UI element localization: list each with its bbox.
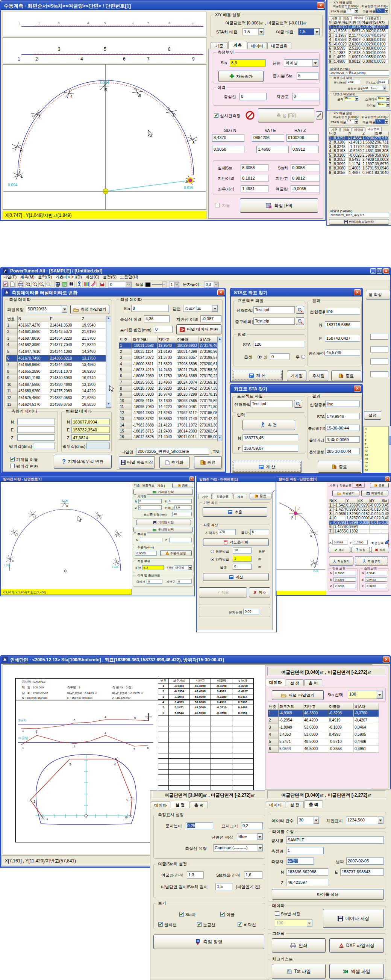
svg-text:문자높이:: 문자높이: [183,282,200,287]
svg-text:7: 7 [147,56,150,62]
svg-text:6: 6 [116,534,118,537]
svg-text:6: 6 [310,535,312,538]
svg-text:7: 7 [311,564,313,567]
svg-text:1: 1 [12,559,14,563]
svg-text:9: 9 [192,56,195,62]
svg-text:4: 4 [66,504,68,508]
svg-text:1.134: 1.134 [100,80,109,84]
svg-text:9: 9 [192,22,194,25]
svg-text:4: 4 [114,762,116,766]
svg-text:6: 6 [147,746,149,750]
svg-text:8: 8 [193,141,195,145]
svg-text:2: 2 [38,22,40,25]
svg-text:4: 4 [70,95,73,99]
svg-text:4: 4 [105,716,106,719]
svg-text:5: 5 [291,515,293,519]
svg-text:4: 4 [105,732,106,735]
svg-text:2: 2 [36,732,38,735]
svg-text:2: 2 [20,147,22,151]
svg-text:5: 5 [105,88,107,92]
svg-text:Sta차: Sta차 [18,719,27,722]
svg-text:8: 8 [168,21,170,25]
svg-text:3: 3 [38,115,41,119]
svg-text:N : 183696.362988: N : 183696.362988 [22,696,48,700]
svg-text:2: 2 [16,533,18,536]
svg-text:5: 5 [134,716,136,720]
svg-text:6: 6 [139,94,141,98]
svg-text:0,3: 0,3 [206,283,211,287]
svg-text:1.134: 1.134 [62,500,69,502]
svg-text:측구명 : 1: 측구명 : 1 [67,686,80,689]
svg-text:체 임 : 100.000: 체 임 : 100.000 [22,686,44,689]
svg-text:5: 5 [104,46,106,52]
svg-text:날 짜 : 2007-02-05: 날 짜 : 2007-02-05 [22,691,48,695]
svg-text:색상:: 색상: [136,282,145,287]
svg-text:4: 4 [87,21,89,25]
svg-text:1: 1 [18,56,20,62]
svg-text:8: 8 [168,46,171,52]
svg-text:0.094: 0.094 [4,564,11,566]
svg-text:6: 6 [132,22,134,25]
svg-text:1: 1 [22,746,24,750]
svg-text:4: 4 [80,56,83,62]
svg-text:3: 3 [74,745,75,748]
svg-text:3: 3 [58,46,61,52]
svg-text:5: 5 [126,798,128,802]
svg-text:Z : 46.421697: Z : 46.421697 [112,696,131,700]
svg-text:1: 1 [19,22,21,25]
svg-text:3: 3 [74,719,75,722]
svg-text:여굴량: 여굴량 [18,736,28,740]
svg-text:6: 6 [125,815,127,819]
svg-text:1: 1 [46,817,48,821]
svg-text:÷: ÷ [163,283,165,286]
svg-text:1: 1 [21,174,23,178]
svg-text:2: 2 [35,56,38,62]
svg-text:0: 0 [110,283,112,287]
svg-text:7: 7 [172,113,175,117]
svg-text:3: 3 [58,21,60,25]
svg-text:공사명 : SAMPLE: 공사명 : SAMPLE [22,680,45,684]
svg-text:7: 7 [147,21,149,25]
svg-text:3: 3 [35,515,37,518]
svg-text:1: 1 [22,729,24,732]
svg-text:5: 5 [104,21,106,25]
svg-text:0.094: 0.094 [8,183,17,187]
svg-text:0.026: 0.026 [112,566,118,568]
svg-text:여굴단면적 : 3.0403 ㎡: 여굴단면적 : 3.0403 ㎡ [67,691,97,695]
svg-text:3: 3 [69,762,71,766]
svg-text:5: 5 [97,516,99,519]
svg-text:미굴단면적 : -2.2725 ㎡: 미굴단면적 : -2.2725 ㎡ [112,691,144,695]
svg-text:측 량 자 : 수정1: 측 량 자 : 수정1 [112,686,133,689]
svg-text:6: 6 [123,56,126,62]
svg-text:E : 158737.698843: E : 158737.698843 [67,696,93,700]
svg-text:0.026: 0.026 [184,186,193,190]
svg-text:1: 1 [171,283,173,287]
svg-text:2: 2 [34,800,35,803]
svg-text:0.26: 0.26 [313,569,318,572]
svg-text:5: 5 [134,748,136,751]
